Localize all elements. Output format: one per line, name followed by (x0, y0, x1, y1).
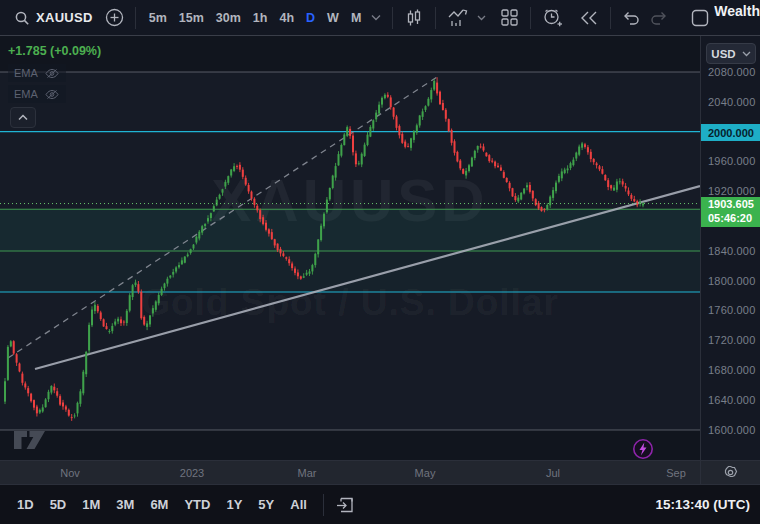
chevron-up-icon (18, 114, 28, 121)
last-price-label: 1903.605 05:46:20 (701, 197, 760, 227)
price-axis-label: 1680.000 (708, 364, 755, 376)
lower-shade (0, 430, 700, 460)
chart-pane[interactable]: XAUUSD Gold Spot / U.S. Dollar +1.785 (+… (0, 36, 700, 460)
price-axis-label: 1760.000 (708, 304, 755, 316)
price-axis-label: 1920.000 (708, 185, 755, 197)
price-axis[interactable]: USD 2000.000 1903.605 05:46:20 2080.0002… (700, 36, 760, 460)
chart-style-candles-icon[interactable] (400, 8, 428, 28)
indicator-row-ema[interactable]: EMA (8, 64, 66, 82)
toolbar-divider (135, 7, 136, 29)
range-group: 1D5D1M3M6MYTD1Y5YAll (10, 494, 316, 515)
currency-label: USD (711, 48, 735, 60)
range-1y[interactable]: 1Y (219, 494, 249, 515)
collapse-legend-button[interactable] (10, 107, 36, 128)
currency-selector[interactable]: USD (706, 43, 756, 64)
time-axis-label: Jul (546, 467, 560, 479)
indicator-label: EMA (14, 88, 38, 100)
time-axis-label: Mar (298, 467, 317, 479)
symbol-name[interactable]: XAUUSD (36, 10, 93, 25)
eye-off-icon[interactable] (45, 89, 59, 100)
layout-name-block[interactable]: Wealthy Ed Save (714, 4, 760, 31)
price-axis-label: 1720.000 (708, 334, 755, 346)
timeframe-d[interactable]: D (301, 8, 320, 28)
toolbar-divider (530, 7, 531, 29)
bar-countdown: 05:46:20 (708, 212, 760, 226)
toolbar-divider (610, 7, 611, 29)
indicator-label: EMA (14, 67, 38, 79)
range-3m[interactable]: 3M (109, 494, 141, 515)
price-axis-label: 1800.000 (708, 275, 755, 287)
alert-icon[interactable] (538, 8, 567, 28)
tradingview-logo[interactable] (12, 427, 48, 457)
timeframe-30m[interactable]: 30m (211, 8, 246, 28)
indicators-icon[interactable] (443, 8, 473, 28)
last-price-value: 1903.605 (708, 198, 760, 212)
compare-add-icon[interactable] (101, 8, 128, 27)
indicator-legend: EMAEMA (8, 64, 66, 106)
toolbar-divider (323, 494, 324, 516)
eye-off-icon[interactable] (45, 68, 59, 79)
range-ytd[interactable]: YTD (177, 494, 217, 515)
price-axis-label: 2040.000 (708, 96, 755, 108)
price-axis-label: 1640.000 (708, 394, 755, 406)
range-6m[interactable]: 6M (143, 494, 175, 515)
price-axis-label: 1960.000 (708, 155, 755, 167)
time-axis-label: May (415, 467, 436, 479)
bottom-toolbar: 1D5D1M3M6MYTD1Y5YAll 15:13:40 (UTC) (0, 484, 760, 524)
time-axis-label: Nov (60, 467, 80, 479)
timeframe-1h[interactable]: 1h (248, 8, 273, 28)
go-to-date-icon[interactable] (331, 496, 359, 514)
timeframe-group: 5m15m30m1h4hDWM (143, 8, 368, 28)
toolbar-divider (392, 7, 393, 29)
candlestick-chart[interactable] (0, 36, 700, 460)
timeframe-4h[interactable]: 4h (274, 8, 299, 28)
range-all[interactable]: All (283, 494, 314, 515)
layout-grid-icon[interactable] (496, 8, 523, 27)
bar-replay-icon[interactable] (575, 10, 603, 26)
time-axis-label: 2023 (180, 467, 204, 479)
layout-save-icon[interactable] (686, 8, 714, 28)
range-1m[interactable]: 1M (75, 494, 107, 515)
chart-settings-cell[interactable] (700, 461, 760, 484)
tradingview-app: XAUUSD 5m15m30m1h4hDWM (0, 0, 760, 524)
top-toolbar: XAUUSD 5m15m30m1h4hDWM (0, 0, 760, 36)
gear-icon[interactable] (723, 465, 738, 480)
timeframe-w[interactable]: W (322, 8, 344, 28)
chart-region: XAUUSD Gold Spot / U.S. Dollar +1.785 (+… (0, 36, 760, 460)
timeframe-5m[interactable]: 5m (144, 8, 172, 28)
time-axis-labels[interactable]: Nov2023MarMayJulSep (0, 461, 700, 484)
toolbar-divider (435, 7, 436, 29)
price-change-text: +1.785 (+0.09%) (8, 44, 101, 58)
price-axis-label: 1840.000 (708, 245, 755, 257)
price-level-label-2000: 2000.000 (701, 124, 760, 141)
lightning-badge-icon[interactable] (632, 438, 654, 460)
indicator-row-ema[interactable]: EMA (8, 85, 66, 103)
time-axis-label: Sep (666, 467, 686, 479)
range-5d[interactable]: 5D (43, 494, 74, 515)
server-clock[interactable]: 15:13:40 (UTC) (655, 497, 750, 512)
range-1d[interactable]: 1D (10, 494, 41, 515)
timeframe-15m[interactable]: 15m (174, 8, 209, 28)
layout-name[interactable]: Wealthy Ed (714, 4, 760, 19)
undo-icon[interactable] (618, 10, 645, 26)
search-icon[interactable] (10, 10, 34, 26)
chevron-down-icon[interactable] (367, 14, 385, 21)
chevron-down-icon (742, 51, 751, 57)
supply-demand-zone[interactable] (0, 251, 700, 292)
timeframe-m[interactable]: M (346, 8, 366, 28)
redo-icon[interactable] (645, 10, 672, 26)
upper-shade (0, 36, 700, 72)
save-button[interactable]: Save (714, 19, 760, 31)
price-axis-label: 2080.000 (708, 66, 755, 78)
range-5y[interactable]: 5Y (251, 494, 281, 515)
chevron-down-icon[interactable] (473, 15, 490, 21)
price-axis-label: 1600.000 (708, 424, 755, 436)
time-axis[interactable]: Nov2023MarMayJulSep (0, 460, 760, 484)
